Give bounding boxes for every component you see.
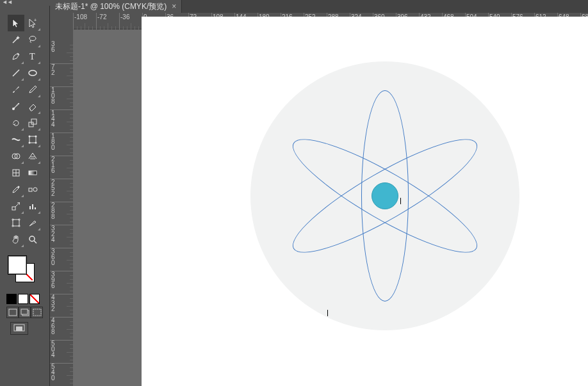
text-cursor-icon xyxy=(327,310,328,316)
column-graph-tool[interactable] xyxy=(24,198,41,214)
ruler-tick: 504 xyxy=(50,341,73,364)
shape-builder-tool[interactable] xyxy=(8,148,24,165)
ruler-tick: 324 xyxy=(50,225,73,248)
screen-mode-button[interactable] xyxy=(10,322,28,335)
draw-inside-button[interactable] xyxy=(31,307,43,318)
svg-point-2 xyxy=(17,54,19,55)
ruler-tick: 180 xyxy=(50,133,73,156)
ruler-tick: -108 xyxy=(73,13,74,29)
gradient-tool[interactable] xyxy=(24,165,41,181)
svg-rect-8 xyxy=(31,119,37,124)
free-transform-tool[interactable] xyxy=(24,131,41,148)
perspective-grid-tool[interactable] xyxy=(24,148,41,165)
svg-line-28 xyxy=(34,241,37,243)
svg-rect-19 xyxy=(29,188,32,191)
fill-stroke-swatches[interactable] xyxy=(8,255,35,282)
svg-rect-29 xyxy=(9,309,17,316)
hand-tool[interactable] xyxy=(8,231,24,248)
paintbrush-tool[interactable] xyxy=(8,81,24,98)
draw-normal-button[interactable] xyxy=(6,307,19,318)
line-segment-tool[interactable] xyxy=(8,65,24,81)
ruler-tick: 432 xyxy=(50,294,73,318)
svg-rect-21 xyxy=(12,207,15,210)
svg-point-20 xyxy=(33,188,37,191)
svg-point-5 xyxy=(29,70,37,76)
toolbox-panel: +T xyxy=(0,6,50,386)
type-tool[interactable]: T xyxy=(24,48,41,65)
ruler-tick: 36 xyxy=(50,41,73,64)
ruler-tick: 108 xyxy=(50,87,73,110)
artwork-nucleus[interactable] xyxy=(372,182,398,209)
ruler-tick: 468 xyxy=(50,318,73,341)
magic-wand-tool[interactable] xyxy=(8,31,24,48)
draw-behind-button[interactable] xyxy=(19,307,31,318)
direct-selection-tool[interactable]: + xyxy=(24,15,41,31)
ruler-tick: 144 xyxy=(50,110,73,133)
svg-line-4 xyxy=(13,70,19,76)
canvas-stage[interactable] xyxy=(73,29,588,386)
svg-point-18 xyxy=(18,186,20,188)
svg-rect-9 xyxy=(29,136,36,143)
color-solid-button[interactable] xyxy=(6,294,17,304)
ruler-tick: 252 xyxy=(50,179,73,202)
svg-point-6 xyxy=(12,108,15,110)
svg-point-12 xyxy=(29,142,31,144)
selection-tool[interactable] xyxy=(8,15,24,31)
document-tab-label: 未标题-1* @ 100% (CMYK/预览) xyxy=(55,1,167,12)
ruler-tick: 288 xyxy=(50,202,73,225)
artboard[interactable] xyxy=(142,17,588,386)
artwork-atom xyxy=(250,61,519,330)
eyedropper-tool[interactable] xyxy=(8,181,24,198)
text-cursor-icon xyxy=(400,198,401,204)
svg-text:+: + xyxy=(34,18,37,22)
width-tool[interactable] xyxy=(8,131,24,148)
vertical-ruler-column: 3672108144180216252288324360396432468504… xyxy=(50,13,73,386)
pencil-tool[interactable] xyxy=(24,81,41,98)
slice-tool[interactable] xyxy=(24,214,41,231)
svg-rect-34 xyxy=(16,326,22,331)
ruler-tick: -36 xyxy=(119,13,120,29)
color-gradient-button[interactable] xyxy=(18,294,28,304)
collapse-chevrons-icon[interactable]: ◄◄ xyxy=(2,0,12,5)
svg-point-13 xyxy=(35,142,37,144)
svg-rect-31 xyxy=(21,309,28,314)
ruler-tick: 216 xyxy=(50,156,73,179)
document-tab[interactable]: 未标题-1* @ 100% (CMYK/预览) × xyxy=(50,0,182,13)
svg-text:T: T xyxy=(29,52,35,61)
vertical-ruler[interactable]: 3672108144180216252288324360396432468504… xyxy=(50,29,73,386)
ruler-tick: -72 xyxy=(96,13,97,29)
svg-point-11 xyxy=(35,136,37,138)
svg-rect-25 xyxy=(35,207,36,209)
draw-mode-row xyxy=(6,307,43,318)
eraser-tool[interactable] xyxy=(24,98,41,115)
fill-swatch[interactable] xyxy=(8,255,27,275)
scale-tool[interactable] xyxy=(24,115,41,131)
svg-rect-17 xyxy=(29,171,37,175)
color-mode-row xyxy=(6,294,44,304)
svg-rect-32 xyxy=(33,309,41,316)
svg-point-22 xyxy=(19,202,20,204)
symbol-sprayer-tool[interactable] xyxy=(8,198,24,214)
svg-rect-24 xyxy=(32,204,33,209)
document-tabstrip: 未标题-1* @ 100% (CMYK/预览) × xyxy=(50,0,588,13)
ruler-tick: 396 xyxy=(50,271,73,294)
pen-tool[interactable] xyxy=(8,48,24,65)
ellipse-tool[interactable] xyxy=(24,65,41,81)
blend-tool[interactable] xyxy=(24,181,41,198)
rotate-tool[interactable] xyxy=(8,115,24,131)
blob-brush-tool[interactable] xyxy=(8,98,24,115)
artboard-tool[interactable] xyxy=(8,214,24,231)
close-icon[interactable]: × xyxy=(172,2,176,11)
ruler-tick: 540 xyxy=(50,364,73,386)
zoom-tool[interactable] xyxy=(24,231,41,248)
svg-rect-26 xyxy=(13,220,19,226)
svg-point-10 xyxy=(29,136,31,138)
mesh-tool[interactable] xyxy=(8,165,24,181)
color-none-button[interactable] xyxy=(29,294,40,304)
svg-rect-23 xyxy=(29,206,31,209)
svg-point-27 xyxy=(29,236,35,241)
lasso-tool[interactable] xyxy=(24,31,41,48)
svg-point-1 xyxy=(29,36,36,41)
ruler-tick: 360 xyxy=(50,248,73,271)
ruler-tick: 72 xyxy=(50,64,73,87)
